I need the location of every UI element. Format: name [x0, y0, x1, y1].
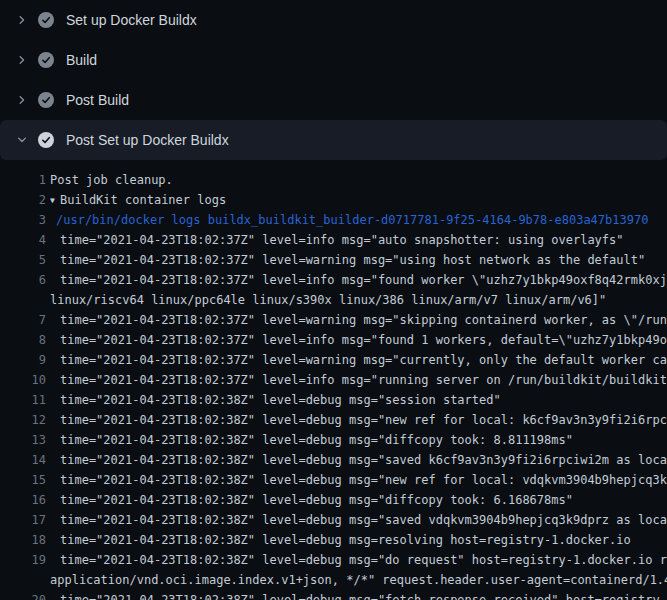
chevron-down-icon[interactable]: [14, 132, 30, 148]
log-line-number[interactable]: 20: [0, 590, 46, 600]
log-line-number[interactable]: 14: [0, 450, 46, 470]
group-label[interactable]: BuildKit container logs: [60, 193, 226, 207]
log-row: 19time="2021-04-23T18:02:38Z" level=debu…: [0, 550, 667, 570]
log-line-text: time="2021-04-23T18:02:38Z" level=debug …: [50, 410, 667, 430]
log-line-text: time="2021-04-23T18:02:37Z" level=info m…: [50, 370, 667, 390]
step-row-set-up-docker-buildx[interactable]: Set up Docker Buildx: [0, 0, 667, 40]
check-circle-icon: [38, 92, 54, 108]
log-line-text: time="2021-04-23T18:02:38Z" level=debug …: [50, 530, 667, 550]
log-line-number[interactable]: 18: [0, 530, 46, 550]
log-line-text: time="2021-04-23T18:02:37Z" level=warnin…: [50, 310, 667, 330]
log-line-text: time="2021-04-23T18:02:38Z" level=debug …: [50, 450, 667, 470]
step-label: Post Set up Docker Buildx: [66, 132, 229, 148]
log-line-text: time="2021-04-23T18:02:37Z" level=info m…: [50, 330, 667, 350]
steps-list: Set up Docker BuildxBuildPost BuildPost …: [0, 0, 667, 160]
log-line-number[interactable]: 4: [0, 230, 46, 250]
log-group-row-text: ▼BuildKit container logs: [50, 190, 667, 210]
log-line-number[interactable]: 6: [0, 270, 46, 290]
log-row: 6time="2021-04-23T18:02:37Z" level=info …: [0, 270, 667, 290]
log-line-text: time="2021-04-23T18:02:38Z" level=debug …: [50, 490, 667, 510]
log-row: 10time="2021-04-23T18:02:37Z" level=info…: [0, 370, 667, 390]
log-row: 14time="2021-04-23T18:02:38Z" level=debu…: [0, 450, 667, 470]
log-viewer: 1Post job cleanup.2▼BuildKit container l…: [0, 160, 667, 600]
log-row: 12time="2021-04-23T18:02:38Z" level=debu…: [0, 410, 667, 430]
log-line-number[interactable]: 8: [0, 330, 46, 350]
log-line-number[interactable]: 3: [0, 210, 46, 230]
group-toggle-icon[interactable]: ▼: [50, 191, 60, 210]
step-label: Build: [66, 52, 97, 68]
log-line-number[interactable]: 1: [0, 170, 46, 190]
log-line-text: time="2021-04-23T18:02:38Z" level=debug …: [50, 430, 667, 450]
log-row: 9time="2021-04-23T18:02:37Z" level=warni…: [0, 350, 667, 370]
chevron-right-icon[interactable]: [14, 92, 30, 108]
log-row: 15time="2021-04-23T18:02:38Z" level=debu…: [0, 470, 667, 490]
log-row: 13time="2021-04-23T18:02:38Z" level=debu…: [0, 430, 667, 450]
log-line-text: linux/riscv64 linux/ppc64le linux/s390x …: [50, 290, 667, 310]
log-line-text: time="2021-04-23T18:02:38Z" level=debug …: [50, 390, 667, 410]
log-line-text: time="2021-04-23T18:02:38Z" level=debug …: [50, 510, 667, 530]
log-line-number[interactable]: 11: [0, 390, 46, 410]
step-row-build[interactable]: Build: [0, 40, 667, 80]
log-line-number[interactable]: 10: [0, 370, 46, 390]
step-label: Set up Docker Buildx: [66, 12, 197, 28]
log-row: linux/riscv64 linux/ppc64le linux/s390x …: [0, 290, 667, 310]
log-row: 2▼BuildKit container logs: [0, 190, 667, 210]
log-line-number[interactable]: 5: [0, 250, 46, 270]
log-line-text: time="2021-04-23T18:02:38Z" level=debug …: [50, 550, 667, 570]
check-circle-icon: [38, 132, 54, 148]
log-line-number[interactable]: 16: [0, 490, 46, 510]
log-row: 16time="2021-04-23T18:02:38Z" level=debu…: [0, 490, 667, 510]
step-row-post-build[interactable]: Post Build: [0, 80, 667, 120]
log-line-number[interactable]: 19: [0, 550, 46, 570]
check-circle-icon: [38, 12, 54, 28]
log-line-number[interactable]: 12: [0, 410, 46, 430]
log-line-number: [0, 570, 46, 590]
log-line-text: time="2021-04-23T18:02:38Z" level=debug …: [50, 590, 667, 600]
log-row: 11time="2021-04-23T18:02:38Z" level=debu…: [0, 390, 667, 410]
log-line-number: [0, 290, 46, 310]
log-row: 5time="2021-04-23T18:02:37Z" level=warni…: [0, 250, 667, 270]
log-line-number[interactable]: 17: [0, 510, 46, 530]
log-line-text: time="2021-04-23T18:02:37Z" level=warnin…: [50, 250, 667, 270]
log-line-number[interactable]: 7: [0, 310, 46, 330]
log-row: 17time="2021-04-23T18:02:38Z" level=debu…: [0, 510, 667, 530]
log-line-text: time="2021-04-23T18:02:37Z" level=info m…: [50, 230, 667, 250]
log-row: 20time="2021-04-23T18:02:38Z" level=debu…: [0, 590, 667, 600]
step-label: Post Build: [66, 92, 129, 108]
log-row: 7time="2021-04-23T18:02:37Z" level=warni…: [0, 310, 667, 330]
log-row: 4time="2021-04-23T18:02:37Z" level=info …: [0, 230, 667, 250]
log-command-text: /usr/bin/docker logs buildx_buildkit_bui…: [50, 210, 667, 230]
log-line-text: Post job cleanup.: [50, 170, 667, 190]
log-row: 18time="2021-04-23T18:02:38Z" level=debu…: [0, 530, 667, 550]
log-line-number[interactable]: 15: [0, 470, 46, 490]
log-line-number[interactable]: 2: [0, 190, 46, 210]
log-line-text: application/vnd.oci.image.index.v1+json,…: [50, 570, 667, 590]
check-circle-icon: [38, 52, 54, 68]
log-row: application/vnd.oci.image.index.v1+json,…: [0, 570, 667, 590]
chevron-right-icon[interactable]: [14, 12, 30, 28]
chevron-right-icon[interactable]: [14, 52, 30, 68]
log-line-text: time="2021-04-23T18:02:37Z" level=warnin…: [50, 350, 667, 370]
log-line-number[interactable]: 13: [0, 430, 46, 450]
log-row: 8time="2021-04-23T18:02:37Z" level=info …: [0, 330, 667, 350]
log-row: 1Post job cleanup.: [0, 170, 667, 190]
log-line-text: time="2021-04-23T18:02:37Z" level=info m…: [50, 270, 667, 290]
log-line-number[interactable]: 9: [0, 350, 46, 370]
step-row-post-set-up-docker-buildx[interactable]: Post Set up Docker Buildx: [0, 120, 667, 160]
log-line-text: time="2021-04-23T18:02:38Z" level=debug …: [50, 470, 667, 490]
log-row: 3/usr/bin/docker logs buildx_buildkit_bu…: [0, 210, 667, 230]
